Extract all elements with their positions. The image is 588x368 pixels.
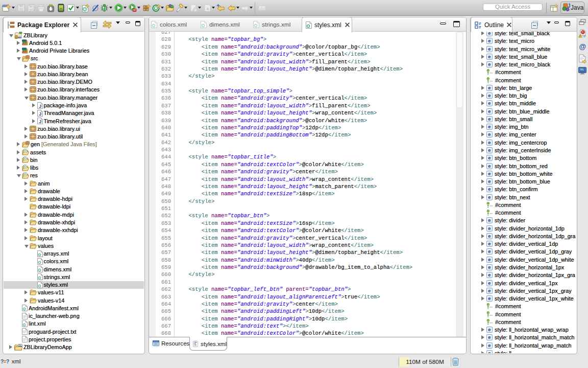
svg-text:e: e: [488, 187, 491, 192]
svg-text:e: e: [488, 171, 491, 176]
svg-text:e: e: [488, 195, 491, 200]
svg-text:e: e: [488, 117, 491, 122]
svg-text:e: e: [488, 164, 491, 169]
svg-text:J: J: [568, 3, 571, 9]
svg-text:e: e: [488, 272, 491, 278]
svg-text:e: e: [488, 234, 491, 239]
svg-text:e: e: [488, 335, 491, 340]
svg-text:e: e: [488, 343, 491, 348]
svg-text:e: e: [488, 327, 491, 332]
svg-text:e: e: [488, 101, 491, 106]
svg-text:e: e: [488, 132, 491, 137]
svg-text:e: e: [488, 265, 491, 270]
svg-text:e: e: [488, 54, 491, 59]
svg-text:e: e: [488, 85, 491, 90]
svg-text:e: e: [488, 351, 491, 353]
svg-text:e: e: [488, 249, 491, 255]
svg-text:J: J: [39, 103, 41, 108]
svg-text:J: J: [39, 119, 41, 124]
svg-text:e: e: [488, 140, 491, 145]
svg-text:e: e: [488, 241, 491, 246]
svg-text:e: e: [488, 296, 491, 301]
svg-text:e: e: [488, 39, 491, 44]
svg-text:e: e: [488, 179, 491, 184]
svg-text:e: e: [488, 281, 491, 286]
svg-text:e: e: [488, 32, 491, 36]
svg-text:e: e: [488, 218, 491, 223]
svg-text:e: e: [488, 257, 491, 262]
svg-text:e: e: [488, 156, 491, 161]
svg-text:e: e: [488, 62, 491, 67]
svg-text:e: e: [488, 226, 491, 231]
svg-text:e: e: [488, 93, 491, 98]
svg-text:!: !: [580, 35, 581, 38]
svg-text:e: e: [488, 47, 491, 52]
svg-text:e: e: [488, 124, 491, 129]
svg-text:J: J: [39, 111, 41, 116]
svg-text:e: e: [488, 148, 491, 153]
svg-text:e: e: [488, 109, 491, 114]
svg-text:e: e: [488, 288, 491, 293]
svg-text:@: @: [579, 42, 586, 50]
